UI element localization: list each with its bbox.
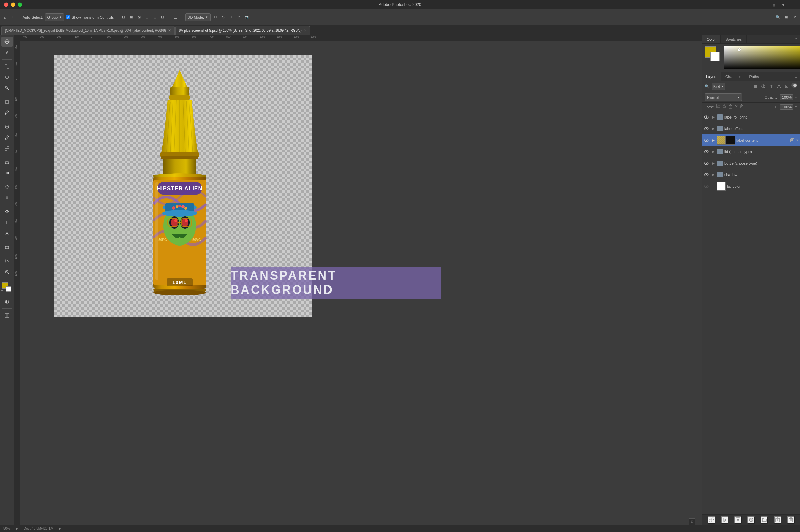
layer-expand-arrow[interactable]: ▼ bbox=[796, 138, 799, 142]
tab-1-close[interactable]: ✕ bbox=[168, 29, 171, 33]
canvas-corner-btn[interactable]: ⊞ bbox=[689, 518, 695, 525]
align-center-btn[interactable]: ⊡ bbox=[144, 13, 150, 22]
doc-settings-btn[interactable]: ⚙ bbox=[779, 1, 786, 9]
new-layer-btn[interactable] bbox=[774, 516, 781, 524]
artboard-tool[interactable]: V bbox=[1, 48, 13, 58]
transform-controls-checkbox[interactable] bbox=[66, 15, 70, 19]
text-tool[interactable]: T bbox=[1, 217, 13, 228]
new-group-btn[interactable] bbox=[761, 516, 768, 524]
layer-visibility-btn[interactable] bbox=[703, 149, 709, 155]
arrange-docs-btn[interactable]: ⊞ bbox=[770, 1, 778, 9]
brush-tool[interactable] bbox=[1, 132, 13, 142]
fill-input[interactable]: 100% bbox=[780, 104, 793, 110]
transform-controls-label[interactable]: Show Transform Controls bbox=[66, 15, 113, 19]
layer-expand-btn[interactable]: ▶ bbox=[711, 126, 715, 131]
tab-2-close[interactable]: ✕ bbox=[304, 29, 306, 33]
lock-transparent-btn[interactable] bbox=[716, 104, 720, 110]
more-options-btn[interactable]: ... bbox=[172, 13, 178, 22]
filter-toggle-btn[interactable] bbox=[791, 83, 797, 88]
lock-image-btn[interactable] bbox=[722, 104, 726, 110]
move-tool-btn[interactable]: ✛ bbox=[10, 13, 16, 22]
layer-visibility-btn[interactable] bbox=[703, 137, 709, 143]
traffic-lights[interactable] bbox=[4, 2, 22, 7]
layers-panel-menu-btn[interactable]: ≡ bbox=[793, 73, 800, 80]
lasso-tool[interactable] bbox=[1, 72, 13, 82]
blur-tool[interactable] bbox=[1, 182, 13, 192]
fill-dropdown-arrow[interactable]: ▼ bbox=[795, 105, 797, 108]
align-middle-btn[interactable]: ⊞ bbox=[152, 13, 158, 22]
tab-1[interactable]: [CRAFTED_MOCKUPS]_eLiquid-Bottle-Mockup-… bbox=[1, 26, 175, 35]
filter-adjustment-btn[interactable] bbox=[760, 83, 767, 90]
layer-expand-btn[interactable]: ▶ bbox=[711, 149, 715, 154]
layer-row-label-content[interactable]: ▶ label-content bbox=[702, 134, 800, 146]
minimize-button[interactable] bbox=[11, 2, 15, 7]
layer-row-lid[interactable]: ▶ lid (choose type) bbox=[702, 146, 800, 157]
shape-tool[interactable] bbox=[1, 242, 13, 252]
dodge-tool[interactable] bbox=[1, 193, 13, 203]
layer-row-shadow[interactable]: ▶ shadow bbox=[702, 169, 800, 180]
workspace-btn[interactable]: ⊞ bbox=[784, 13, 789, 22]
opacity-input[interactable]: 100% bbox=[780, 94, 793, 100]
share-btn[interactable]: ↗ bbox=[792, 13, 797, 22]
lock-all-btn[interactable] bbox=[740, 104, 743, 110]
layer-row-label-effects[interactable]: ▶ label-effects bbox=[702, 123, 800, 134]
status-arrow-2[interactable]: ▶ bbox=[59, 527, 61, 530]
layer-expand-btn[interactable]: ▶ bbox=[711, 115, 715, 119]
layer-expand-btn[interactable]: ▶ bbox=[711, 184, 715, 189]
eraser-tool[interactable] bbox=[1, 157, 13, 167]
align-top-btn[interactable]: ⊞ bbox=[128, 13, 134, 22]
blend-mode-select[interactable]: Normal ▼ bbox=[705, 93, 742, 101]
layer-visibility-btn[interactable] bbox=[703, 172, 709, 178]
filter-shape-btn[interactable] bbox=[776, 83, 782, 90]
layer-expand-btn[interactable]: ▶ bbox=[711, 172, 715, 177]
path-select-tool[interactable] bbox=[1, 228, 13, 239]
home-button[interactable]: ⌂ bbox=[3, 13, 8, 22]
crop-tool[interactable] bbox=[1, 97, 13, 107]
new-adjustment-btn[interactable] bbox=[747, 516, 755, 524]
lock-position-btn[interactable] bbox=[728, 104, 732, 110]
color-panel-menu[interactable]: ≡ bbox=[793, 35, 800, 43]
layer-visibility-btn[interactable] bbox=[703, 183, 709, 189]
link-layers-btn[interactable] bbox=[708, 516, 715, 524]
zoom-3d-btn[interactable]: ⊕ bbox=[236, 13, 242, 22]
align-bottom-btn[interactable]: ⊟ bbox=[160, 13, 165, 22]
layer-visibility-btn[interactable] bbox=[703, 160, 709, 166]
add-mask-btn[interactable] bbox=[734, 516, 742, 524]
marquee-tool[interactable] bbox=[1, 61, 13, 72]
magic-wand-tool[interactable] bbox=[1, 83, 13, 93]
layer-row-label-foil-print[interactable]: ▶ label-foil-print bbox=[702, 111, 800, 123]
delete-layer-btn[interactable] bbox=[787, 516, 795, 524]
lock-artboards-btn[interactable]: ✕ bbox=[734, 104, 738, 110]
status-arrow[interactable]: ▶ bbox=[16, 527, 18, 530]
align-right-btn[interactable]: ⊠ bbox=[136, 13, 142, 22]
pan-btn[interactable]: ✛ bbox=[228, 13, 234, 22]
search-btn[interactable]: 🔍 bbox=[774, 13, 782, 22]
camera-btn[interactable]: 📷 bbox=[244, 13, 251, 22]
layer-expand-btn[interactable]: ▶ bbox=[711, 161, 715, 166]
move-tool[interactable] bbox=[1, 37, 13, 47]
clone-stamp-tool[interactable] bbox=[1, 143, 13, 153]
filter-pixel-btn[interactable] bbox=[752, 83, 759, 90]
zoom-tool[interactable] bbox=[1, 267, 13, 277]
layer-visibility-btn[interactable] bbox=[703, 114, 709, 120]
layers-tab[interactable]: Layers bbox=[702, 73, 721, 81]
auto-select-dropdown[interactable]: Group ▼ bbox=[45, 13, 65, 21]
pen-tool[interactable] bbox=[1, 207, 13, 217]
3d-mode-dropdown[interactable]: 3D Mode: ▼ bbox=[185, 13, 211, 21]
swatches-tab[interactable]: Swatches bbox=[721, 35, 747, 43]
eyedropper-tool[interactable] bbox=[1, 108, 13, 118]
layer-row-bg-color[interactable]: ▶ bg-color bbox=[702, 180, 800, 192]
add-style-btn[interactable]: fx bbox=[721, 516, 728, 524]
layer-visibility-btn[interactable] bbox=[703, 126, 709, 132]
tab-2[interactable]: 8A-plus-screenshot-9.psd @ 100% (Screen … bbox=[175, 26, 310, 35]
color-swatches[interactable]: ⇌ bbox=[1, 282, 13, 293]
filter-type-btn[interactable]: T bbox=[768, 83, 775, 90]
rotate-3d-btn[interactable]: ↺ bbox=[213, 13, 218, 22]
swap-colors-btn[interactable]: ⇌ bbox=[1, 288, 4, 291]
healing-brush-tool[interactable] bbox=[1, 121, 13, 132]
filter-smartobj-btn[interactable] bbox=[783, 83, 790, 90]
opacity-dropdown-arrow[interactable]: ▼ bbox=[795, 96, 797, 99]
color-gradient-picker[interactable] bbox=[724, 46, 800, 70]
quick-mask-btn[interactable] bbox=[1, 297, 13, 307]
gradient-tool[interactable] bbox=[1, 168, 13, 178]
